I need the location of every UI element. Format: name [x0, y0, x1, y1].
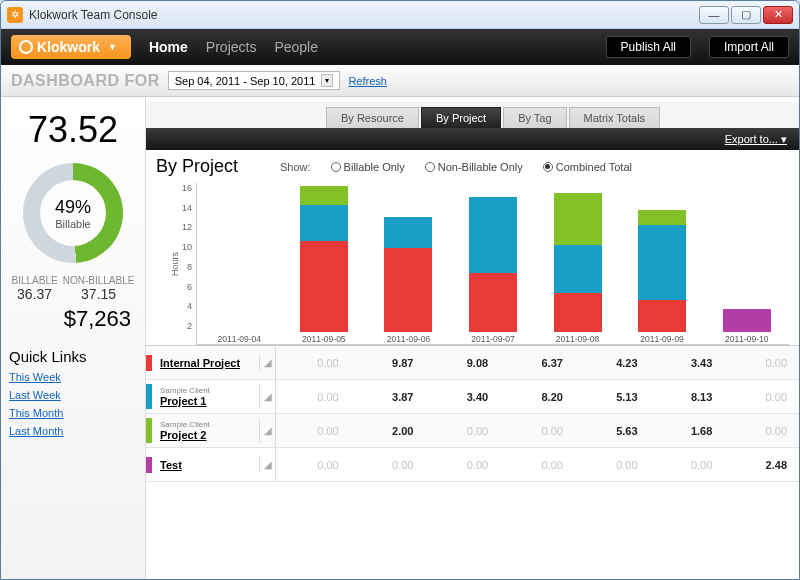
- chevron-down-icon: ▾: [781, 133, 787, 145]
- kpi-nonbillable-value: 37.15: [63, 286, 135, 302]
- donut-label: Billable: [55, 218, 90, 230]
- project-name[interactable]: Internal Project: [160, 357, 253, 369]
- row-name-cell[interactable]: Test: [146, 457, 260, 473]
- brand-label: Klokwork: [37, 39, 100, 55]
- bar-column: 2011-09-10: [720, 184, 774, 344]
- row-name-cell[interactable]: Sample ClientProject 2: [146, 418, 260, 443]
- bar-segment: [300, 205, 348, 241]
- tab-by-project[interactable]: By Project: [421, 107, 501, 128]
- bar-segment: [554, 245, 602, 292]
- y-tick: 16: [182, 183, 192, 193]
- y-tick: 4: [182, 301, 192, 311]
- data-cell: 5.13: [575, 391, 650, 403]
- refresh-link[interactable]: Refresh: [348, 75, 387, 87]
- kpi-billable: BILLABLE 36.37: [12, 275, 58, 302]
- bar-column: 2011-09-06: [381, 184, 435, 344]
- bar-segment: [384, 217, 432, 248]
- data-cell: 0.00: [724, 357, 799, 369]
- brand-menu[interactable]: Klokwork ▼: [11, 35, 131, 59]
- link-this-month[interactable]: This Month: [9, 407, 137, 419]
- table-row: Sample ClientProject 2◢0.002.000.000.005…: [146, 414, 799, 448]
- bar-column: 2011-09-05: [297, 184, 351, 344]
- data-cell: 2.48: [724, 459, 799, 471]
- data-cell: 0.00: [276, 357, 351, 369]
- radio-billable-only[interactable]: Billable Only: [331, 161, 405, 173]
- nav-projects[interactable]: Projects: [206, 39, 257, 55]
- total-money: $7,263: [15, 306, 131, 332]
- titlebar[interactable]: ✲ Klokwork Team Console ― ▢ ✕: [1, 1, 799, 29]
- dashboard-bar: DASHBOARD FOR Sep 04, 2011 - Sep 10, 201…: [1, 65, 799, 97]
- show-label: Show:: [280, 161, 311, 173]
- tab-by-resource[interactable]: By Resource: [326, 107, 419, 128]
- x-label: 2011-09-05: [302, 334, 345, 344]
- bar-segment: [554, 193, 602, 245]
- data-cell: 0.00: [425, 459, 500, 471]
- project-name[interactable]: Test: [160, 459, 253, 471]
- project-name[interactable]: Project 2: [160, 429, 253, 441]
- gear-icon: [19, 40, 33, 54]
- y-tick: 10: [182, 242, 192, 252]
- y-tick: 6: [182, 282, 192, 292]
- kpi-nonbillable-label: NON-BILLABLE: [63, 275, 135, 286]
- bar-segment: [638, 300, 686, 332]
- data-cell: 0.00: [276, 425, 351, 437]
- link-last-week[interactable]: Last Week: [9, 389, 137, 401]
- table-row: Internal Project◢0.009.879.086.374.233.4…: [146, 346, 799, 380]
- row-name-cell[interactable]: Internal Project: [146, 355, 260, 371]
- bar-segment: [300, 186, 348, 205]
- panel-tabs: By Resource By Project By Tag Matrix Tot…: [146, 102, 799, 128]
- expand-icon[interactable]: ◢: [260, 380, 276, 413]
- x-label: 2011-09-08: [556, 334, 599, 344]
- app-window: ✲ Klokwork Team Console ― ▢ ✕ Klokwork ▼…: [0, 0, 800, 580]
- tab-by-tag[interactable]: By Tag: [503, 107, 566, 128]
- expand-icon[interactable]: ◢: [260, 448, 276, 481]
- x-label: 2011-09-07: [471, 334, 514, 344]
- data-cell: 0.00: [500, 459, 575, 471]
- data-cell: 9.08: [425, 357, 500, 369]
- bar-column: 2011-09-07: [466, 184, 520, 344]
- import-all-button[interactable]: Import All: [709, 36, 789, 58]
- dashboard-title: DASHBOARD FOR: [11, 72, 160, 90]
- x-label: 2011-09-10: [725, 334, 768, 344]
- y-axis-ticks: 161412108642: [182, 183, 196, 345]
- nav-people[interactable]: People: [274, 39, 318, 55]
- y-tick: 2: [182, 321, 192, 331]
- radio-nonbillable-only[interactable]: Non-Billable Only: [425, 161, 523, 173]
- export-link[interactable]: Export to... ▾: [725, 133, 787, 146]
- close-button[interactable]: ✕: [763, 6, 793, 24]
- tab-matrix-totals[interactable]: Matrix Totals: [569, 107, 661, 128]
- color-swatch: [146, 355, 152, 371]
- chevron-down-icon: ▼: [108, 42, 117, 52]
- bar-column: 2011-09-04: [212, 184, 266, 344]
- maximize-button[interactable]: ▢: [731, 6, 761, 24]
- color-swatch: [146, 418, 152, 443]
- expand-icon[interactable]: ◢: [260, 346, 276, 379]
- data-cell: 1.68: [650, 425, 725, 437]
- project-name[interactable]: Project 1: [160, 395, 253, 407]
- publish-all-button[interactable]: Publish All: [606, 36, 691, 58]
- data-cell: 3.40: [425, 391, 500, 403]
- bar-segment: [638, 225, 686, 300]
- quick-links-title: Quick Links: [9, 348, 137, 365]
- kpi-billable-label: BILLABLE: [12, 275, 58, 286]
- main-split: 73.52 49% Billable BILLABLE 36.37 NON-BI…: [1, 97, 799, 579]
- client-label: Sample Client: [160, 386, 253, 395]
- bar-column: 2011-09-09: [635, 184, 689, 344]
- row-name-cell[interactable]: Sample ClientProject 1: [146, 384, 260, 409]
- data-cell: 9.87: [351, 357, 426, 369]
- radio-combined-total[interactable]: Combined Total: [543, 161, 632, 173]
- minimize-button[interactable]: ―: [699, 6, 729, 24]
- expand-icon[interactable]: ◢: [260, 414, 276, 447]
- x-label: 2011-09-04: [218, 334, 261, 344]
- link-this-week[interactable]: This Week: [9, 371, 137, 383]
- color-swatch: [146, 457, 152, 473]
- link-last-month[interactable]: Last Month: [9, 425, 137, 437]
- date-range-select[interactable]: Sep 04, 2011 - Sep 10, 2011 ▾: [168, 71, 341, 90]
- table-row: Sample ClientProject 1◢0.003.873.408.205…: [146, 380, 799, 414]
- data-cell: 2.00: [351, 425, 426, 437]
- top-nav: Klokwork ▼ Home Projects People Publish …: [1, 29, 799, 65]
- nav-home[interactable]: Home: [149, 39, 188, 55]
- sidebar: 73.52 49% Billable BILLABLE 36.37 NON-BI…: [1, 97, 146, 579]
- x-label: 2011-09-06: [387, 334, 430, 344]
- data-cell: 5.63: [575, 425, 650, 437]
